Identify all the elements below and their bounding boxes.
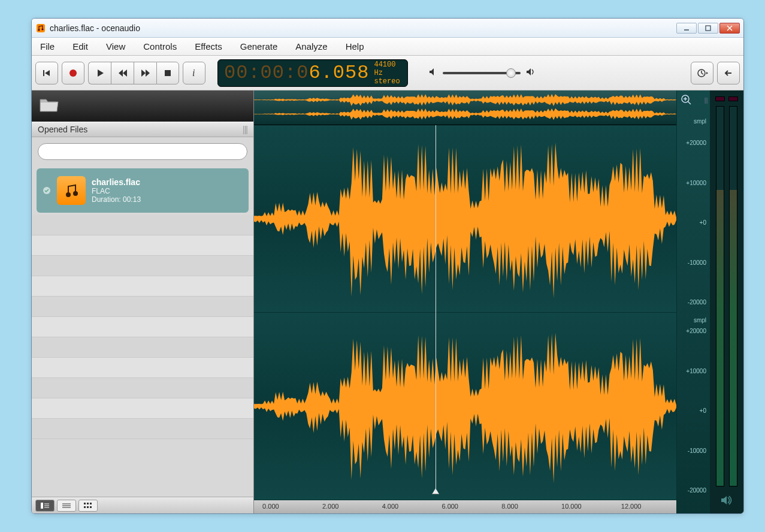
amp-tick: -20000	[688, 299, 706, 306]
menu-effects[interactable]: Effects	[191, 39, 226, 54]
file-thumb-icon	[57, 176, 86, 205]
menu-analyze[interactable]: Analyze	[292, 39, 331, 54]
time-display: 00:00:06.058 44100 Hz stereo	[217, 59, 408, 87]
goto-start-button[interactable]	[35, 62, 58, 84]
svg-rect-7	[43, 70, 44, 76]
svg-marker-48	[721, 496, 727, 504]
menu-edit[interactable]: Edit	[69, 39, 92, 54]
time-tick: 10.000	[561, 503, 582, 510]
lcd-mode: stereo	[374, 77, 401, 86]
toolbar: i 00:00:06.058 44100 Hz stereo	[32, 56, 743, 90]
transport-group	[88, 62, 179, 84]
sidebar-title: Opened Files	[38, 125, 87, 134]
meter-peak-indicators	[715, 96, 738, 101]
amp-tick: +10000	[686, 180, 706, 186]
scale-grip-icon[interactable]: |||	[704, 96, 707, 104]
list-row	[32, 398, 253, 419]
lcd-dim-digits: 00:00:0	[224, 62, 309, 84]
info-button[interactable]: i	[183, 62, 205, 84]
svg-rect-41	[90, 506, 92, 508]
sidebar-empty-rows	[32, 215, 253, 497]
menu-generate[interactable]: Generate	[237, 39, 282, 54]
amp-tick: +10000	[686, 368, 706, 374]
time-tick: 6.000	[442, 503, 458, 510]
amp-tick: +0	[700, 407, 706, 414]
svg-point-2	[41, 28, 43, 30]
sidebar-footer	[32, 497, 253, 513]
channel-right[interactable]	[254, 313, 676, 500]
overview-waveform[interactable]	[254, 90, 676, 125]
svg-marker-17	[430, 68, 434, 75]
window-controls	[676, 23, 740, 34]
volume-thumb[interactable]	[506, 68, 516, 78]
menu-file[interactable]: File	[37, 39, 58, 54]
menu-controls[interactable]: Controls	[140, 39, 180, 54]
svg-rect-15	[165, 70, 171, 76]
svg-rect-37	[87, 503, 89, 504]
svg-rect-29	[41, 503, 43, 509]
search-input[interactable]	[38, 143, 247, 160]
menubar: File Edit View Controls Effects Generate…	[32, 38, 743, 56]
channel-left[interactable]	[254, 125, 676, 313]
peak-indicator-right	[728, 96, 738, 101]
view-detail-button[interactable]	[35, 500, 55, 512]
sidebar-topbar	[32, 90, 253, 122]
titlebar: charlies.flac - ocenaudio	[32, 19, 743, 38]
svg-point-1	[38, 29, 40, 31]
meter-left	[716, 106, 724, 486]
level-meters	[710, 90, 743, 513]
history-button[interactable]	[691, 62, 713, 84]
rewind-button[interactable]	[111, 62, 134, 84]
list-row	[32, 378, 253, 398]
svg-rect-40	[87, 506, 89, 508]
play-button[interactable]	[88, 62, 111, 84]
svg-rect-36	[84, 503, 86, 504]
svg-rect-39	[84, 506, 86, 508]
lcd-rate: 44100 Hz	[374, 61, 401, 77]
playhead[interactable]	[436, 125, 436, 491]
amp-tick: -20000	[688, 487, 706, 494]
svg-point-27	[66, 192, 71, 197]
record-button[interactable]	[62, 62, 84, 84]
svg-line-21	[701, 73, 703, 74]
waveform-area: 0.0002.0004.0006.0008.00010.00012.000	[254, 90, 676, 513]
list-row	[32, 276, 253, 297]
fast-forward-button[interactable]	[134, 62, 156, 84]
sidebar-grip-icon[interactable]: |||	[243, 125, 247, 134]
folder-icon[interactable]	[39, 97, 59, 116]
svg-line-47	[688, 101, 691, 104]
view-grid-button[interactable]	[78, 500, 98, 512]
zoom-icon[interactable]	[681, 94, 693, 107]
meter-pair	[715, 105, 739, 488]
list-row	[32, 256, 253, 276]
main-area: 0.0002.0004.0006.0008.00010.00012.000 ||…	[254, 90, 743, 513]
amplitude-scale: ||| smpl+20000+10000+0-10000-20000smpl+2…	[676, 90, 710, 513]
close-button[interactable]	[719, 23, 740, 34]
menu-help[interactable]: Help	[342, 39, 368, 54]
menu-view[interactable]: View	[102, 39, 129, 54]
content: Opened Files ||| charlies.flac FLAC Dura…	[32, 90, 743, 513]
sidebar-header: Opened Files |||	[32, 122, 253, 137]
time-tick: 0.000	[262, 503, 279, 510]
svg-marker-12	[123, 69, 127, 77]
file-item[interactable]: charlies.flac FLAC Duration: 00:13	[37, 168, 249, 213]
list-row	[32, 317, 253, 337]
app-window: charlies.flac - ocenaudio File Edit View…	[31, 18, 744, 514]
minimize-button[interactable]	[676, 23, 697, 34]
meter-right	[729, 106, 737, 486]
view-list-button[interactable]	[57, 500, 76, 512]
window-title: charlies.flac - ocenaudio	[50, 23, 676, 33]
svg-marker-22	[706, 72, 708, 74]
amp-unit: smpl	[694, 317, 706, 324]
amp-tick: +20000	[686, 328, 706, 334]
svg-point-9	[69, 69, 77, 77]
stop-button[interactable]	[156, 62, 179, 84]
svg-rect-38	[90, 503, 92, 504]
back-button[interactable]	[717, 62, 740, 84]
list-row	[32, 297, 253, 317]
speaker-icon[interactable]	[720, 495, 733, 507]
channels[interactable]	[254, 125, 676, 500]
svg-point-28	[73, 191, 78, 196]
maximize-button[interactable]	[698, 23, 718, 34]
volume-slider[interactable]	[443, 72, 521, 74]
